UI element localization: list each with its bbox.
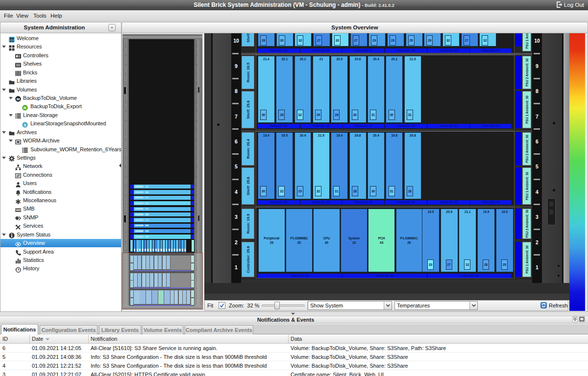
svg-text:M: M	[17, 97, 20, 101]
svg-text:S: S	[24, 122, 26, 127]
svg-text:R: R	[24, 106, 26, 110]
svg-text:SMB: SMB	[15, 209, 21, 212]
